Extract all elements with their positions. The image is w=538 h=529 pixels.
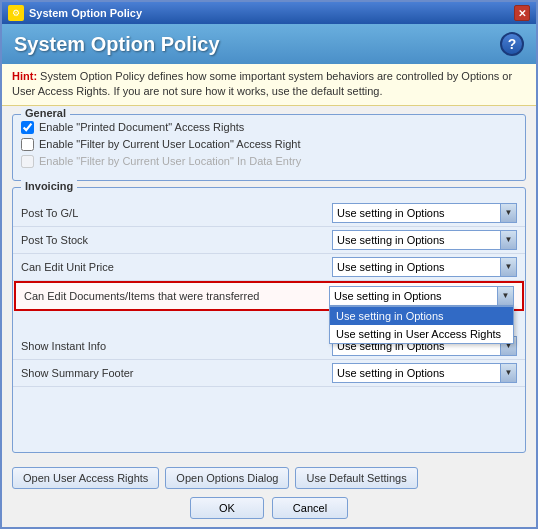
row-label-summary-footer: Show Summary Footer — [21, 367, 332, 379]
select-value-post-stock: Use setting in Options — [337, 234, 500, 246]
dialog-header: System Option Policy ? — [2, 24, 536, 64]
checkbox-printed-doc[interactable] — [21, 121, 34, 134]
footer-buttons: Open User Access Rights Open Options Dia… — [2, 461, 536, 493]
ok-cancel-row: OK Cancel — [2, 493, 536, 527]
invoicing-group: Invoicing Post To G/L Use setting in Opt… — [12, 187, 526, 453]
invoicing-row-summary-footer: Show Summary Footer Use setting in Optio… — [13, 360, 525, 387]
title-bar: ⚙ System Option Policy ✕ — [2, 2, 536, 24]
chevron-down-icon: ▼ — [497, 287, 513, 305]
row-label-instant-info: Show Instant Info — [21, 340, 332, 352]
content-area: General Enable "Printed Document" Access… — [2, 106, 536, 461]
checkbox-row-3: Enable "Filter by Current User Location"… — [21, 155, 517, 168]
dialog-title: System Option Policy — [14, 33, 220, 56]
close-button[interactable]: ✕ — [514, 5, 530, 21]
select-value-edit-unit-price: Use setting in Options — [337, 261, 500, 273]
select-edit-docs[interactable]: Use setting in Options ▼ Use setting in … — [329, 286, 514, 306]
cancel-button[interactable]: Cancel — [272, 497, 348, 519]
checkbox-printed-doc-label: Enable "Printed Document" Access Rights — [39, 121, 244, 133]
select-box-post-stock[interactable]: Use setting in Options ▼ — [332, 230, 517, 250]
dropdown-option-use-options[interactable]: Use setting in Options — [330, 307, 513, 325]
row-label-edit-docs: Can Edit Documents/Items that were trans… — [24, 290, 329, 302]
invoicing-row-post-stock: Post To Stock Use setting in Options ▼ — [13, 227, 525, 254]
chevron-down-icon: ▼ — [500, 258, 516, 276]
general-group: General Enable "Printed Document" Access… — [12, 114, 526, 181]
invoicing-label: Invoicing — [21, 180, 77, 192]
row-label-post-gl: Post To G/L — [21, 207, 332, 219]
select-edit-unit-price[interactable]: Use setting in Options ▼ — [332, 257, 517, 277]
hint-prefix: Hint: — [12, 70, 37, 82]
hint-bar: Hint: System Option Policy defines how s… — [2, 64, 536, 106]
row-label-edit-unit-price: Can Edit Unit Price — [21, 261, 332, 273]
dropdown-edit-docs: Use setting in Options Use setting in Us… — [329, 306, 514, 344]
select-box-post-gl[interactable]: Use setting in Options ▼ — [332, 203, 517, 223]
main-window: ⚙ System Option Policy ✕ System Option P… — [0, 0, 538, 529]
select-box-edit-unit-price[interactable]: Use setting in Options ▼ — [332, 257, 517, 277]
select-summary-footer[interactable]: Use setting in Options ▼ — [332, 363, 517, 383]
invoicing-row-edit-docs: Can Edit Documents/Items that were trans… — [14, 281, 524, 311]
open-options-dialog-button[interactable]: Open Options Dialog — [165, 467, 289, 489]
title-bar-text: System Option Policy — [29, 7, 514, 19]
general-label: General — [21, 107, 70, 119]
invoicing-row-edit-unit-price: Can Edit Unit Price Use setting in Optio… — [13, 254, 525, 281]
checkbox-filter-data-entry-label: Enable "Filter by Current User Location"… — [39, 155, 301, 167]
select-box-summary-footer[interactable]: Use setting in Options ▼ — [332, 363, 517, 383]
ok-button[interactable]: OK — [190, 497, 264, 519]
select-value-edit-docs: Use setting in Options — [334, 290, 497, 302]
chevron-down-icon: ▼ — [500, 231, 516, 249]
select-post-stock[interactable]: Use setting in Options ▼ — [332, 230, 517, 250]
select-value-summary-footer: Use setting in Options — [337, 367, 500, 379]
chevron-down-icon: ▼ — [500, 364, 516, 382]
select-box-edit-docs[interactable]: Use setting in Options ▼ — [329, 286, 514, 306]
help-button[interactable]: ? — [500, 32, 524, 56]
dropdown-option-use-access-rights[interactable]: Use setting in User Access Rights — [330, 325, 513, 343]
window-icon: ⚙ — [8, 5, 24, 21]
row-label-post-stock: Post To Stock — [21, 234, 332, 246]
checkbox-filter-data-entry — [21, 155, 34, 168]
use-default-settings-button[interactable]: Use Default Settings — [295, 467, 417, 489]
chevron-down-icon: ▼ — [500, 204, 516, 222]
checkbox-filter-location[interactable] — [21, 138, 34, 151]
checkbox-row-1: Enable "Printed Document" Access Rights — [21, 121, 517, 134]
select-post-gl[interactable]: Use setting in Options ▼ — [332, 203, 517, 223]
hint-text: System Option Policy defines how some im… — [12, 70, 512, 97]
invoicing-rows: Post To G/L Use setting in Options ▼ Pos… — [13, 200, 525, 387]
open-user-access-rights-button[interactable]: Open User Access Rights — [12, 467, 159, 489]
select-value-post-gl: Use setting in Options — [337, 207, 500, 219]
checkbox-filter-location-label: Enable "Filter by Current User Location"… — [39, 138, 301, 150]
checkbox-row-2: Enable "Filter by Current User Location"… — [21, 138, 517, 151]
invoicing-row-post-gl: Post To G/L Use setting in Options ▼ — [13, 200, 525, 227]
